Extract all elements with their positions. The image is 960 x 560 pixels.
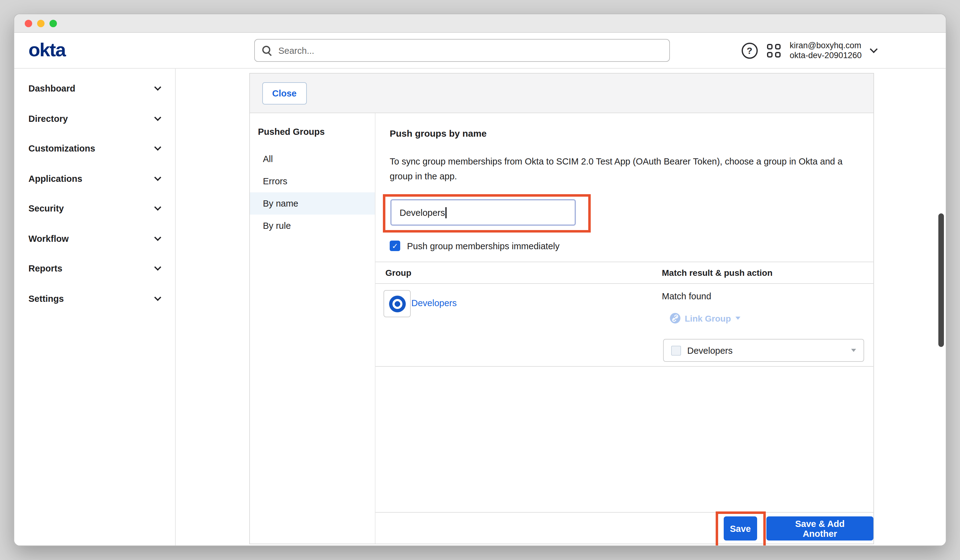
- group-placeholder-icon: [671, 346, 681, 355]
- chevron-down-icon: [154, 264, 162, 271]
- push-immediately-checkbox[interactable]: ✓: [390, 241, 400, 251]
- header-right-cluster: ? kiran@boxyhq.com okta-dev-20901260: [741, 33, 877, 68]
- push-by-name-content: Push groups by name To sync group member…: [376, 113, 874, 544]
- account-org: okta-dev-20901260: [790, 50, 862, 60]
- okta-group-icon: [389, 295, 405, 312]
- column-group: Group: [386, 268, 411, 278]
- traffic-light-minimize-icon[interactable]: [37, 19, 45, 27]
- chevron-down-icon: [154, 174, 162, 181]
- group-name-input-value: Developers: [400, 208, 445, 218]
- group-link-developers[interactable]: Developers: [411, 298, 457, 308]
- save-button[interactable]: Save: [724, 517, 757, 541]
- browser-window: okta ? kiran@boxyhq.com okta-dev-2090126…: [14, 14, 946, 546]
- sidebar-item-applications[interactable]: Applications: [14, 163, 175, 194]
- footer-divider: [376, 512, 874, 513]
- help-icon[interactable]: ?: [741, 42, 757, 58]
- vertical-scrollbar[interactable]: [938, 213, 944, 347]
- sidebar-item-settings[interactable]: Settings: [14, 283, 175, 314]
- row-divider: [376, 366, 874, 367]
- group-avatar: [384, 290, 411, 317]
- main-area: Close Pushed Groups All Errors By name B…: [176, 69, 946, 546]
- okta-logo[interactable]: okta: [29, 40, 66, 59]
- pushed-groups-subnav: Pushed Groups All Errors By name By rule: [250, 113, 376, 544]
- subnav-item-by-rule[interactable]: By rule: [250, 214, 375, 237]
- account-email: kiran@boxyhq.com: [790, 40, 862, 50]
- sidebar-nav: Dashboard Directory Customizations Appli…: [14, 69, 176, 546]
- subnav-title: Pushed Groups: [258, 127, 367, 137]
- page-title: Push groups by name: [390, 128, 486, 139]
- push-groups-panel: Close Pushed Groups All Errors By name B…: [249, 73, 874, 544]
- panel-body: Pushed Groups All Errors By name By rule…: [250, 113, 874, 544]
- subnav-item-errors[interactable]: Errors: [250, 170, 375, 192]
- push-immediately-label: Push group memberships immediately: [407, 241, 560, 251]
- sidebar-item-directory[interactable]: Directory: [14, 104, 175, 134]
- apps-grid-icon[interactable]: [767, 43, 780, 57]
- app-header: okta ? kiran@boxyhq.com okta-dev-2090126…: [14, 33, 946, 69]
- column-match-result: Match result & push action: [662, 268, 773, 278]
- sidebar-item-reports[interactable]: Reports: [14, 254, 175, 283]
- app-body: Dashboard Directory Customizations Appli…: [14, 69, 946, 546]
- global-search[interactable]: [254, 39, 670, 62]
- target-group-value: Developers: [687, 346, 733, 355]
- window-titlebar: [14, 14, 946, 33]
- chevron-down-icon: [735, 317, 740, 320]
- link-group-button[interactable]: Link Group: [670, 313, 740, 323]
- chevron-down-icon: [154, 144, 162, 151]
- search-icon: [262, 45, 272, 56]
- sidebar-item-security[interactable]: Security: [14, 194, 175, 224]
- close-button[interactable]: Close: [262, 82, 307, 104]
- text-caret: [446, 207, 446, 218]
- group-name-input[interactable]: Developers: [390, 199, 576, 226]
- chevron-down-icon: [154, 114, 162, 121]
- table-header: Group Match result & push action: [376, 262, 874, 284]
- sidebar-item-customizations[interactable]: Customizations: [14, 134, 175, 163]
- account-info[interactable]: kiran@boxyhq.com okta-dev-20901260: [790, 40, 862, 60]
- desktop: okta ? kiran@boxyhq.com okta-dev-2090126…: [0, 0, 960, 560]
- chevron-down-icon[interactable]: [870, 45, 877, 53]
- chevron-down-icon: [154, 294, 162, 301]
- link-icon: [670, 313, 680, 323]
- link-group-label: Link Group: [685, 313, 731, 323]
- traffic-light-zoom-icon[interactable]: [50, 19, 57, 27]
- chevron-down-icon: [154, 84, 162, 91]
- sidebar-item-dashboard[interactable]: Dashboard: [14, 74, 175, 104]
- push-immediately-row: ✓ Push group memberships immediately: [390, 241, 560, 251]
- subnav-item-all[interactable]: All: [250, 148, 375, 170]
- chevron-down-icon: [154, 204, 162, 211]
- page-description: To sync group memberships from Okta to S…: [390, 154, 851, 184]
- match-status: Match found: [662, 291, 711, 301]
- chevron-down-icon: [851, 349, 856, 352]
- sidebar-item-workflow[interactable]: Workflow: [14, 224, 175, 254]
- subnav-item-by-name[interactable]: By name: [250, 192, 375, 214]
- target-group-select[interactable]: Developers: [663, 339, 864, 362]
- chevron-down-icon: [154, 234, 162, 241]
- panel-toolbar: Close: [250, 74, 874, 113]
- save-add-another-button[interactable]: Save & Add Another: [766, 517, 874, 541]
- search-input[interactable]: [277, 45, 662, 56]
- traffic-light-close-icon[interactable]: [25, 19, 32, 27]
